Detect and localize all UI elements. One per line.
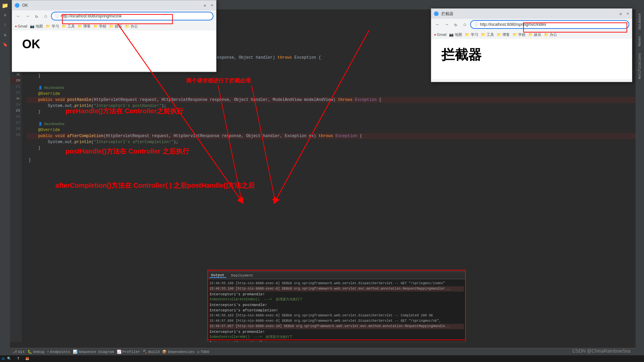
code-line-21: System.out.println("Interceptor1's postH… — [27, 103, 644, 109]
csdn-watermark: CSDN @ChinaRainbowSea — [572, 348, 631, 354]
code-line-29: } — [27, 157, 644, 163]
console-line-11: IndexController#OK() ---> 处理器方法执行了 — [209, 335, 464, 340]
favicon-circle-2: 🌐 — [434, 11, 439, 16]
bookmark-school[interactable]: 📁 学校 — [93, 24, 106, 29]
toolbar-build[interactable]: 🔨 Build — [143, 350, 159, 354]
sidebar-icon-pull-requests[interactable]: ⇅ — [1, 31, 9, 39]
forward-button-2[interactable]: → — [443, 21, 450, 28]
console-line-3: Interceptor1's preHandle! — [209, 292, 464, 297]
code-line-20: public void postHandle(HttpServletReques… — [27, 97, 644, 103]
sidebar-icon-project[interactable]: 📁 — [1, 2, 9, 10]
code-line-22: } — [27, 109, 644, 115]
back-button-2[interactable]: ← — [434, 21, 441, 28]
console-content: 15:46:55.160 [http-nio-8080-exec-8] DEBU… — [208, 279, 465, 342]
console-tabs: Output Deployment — [208, 272, 465, 279]
browser-interceptor-content: 拦截器 — [431, 39, 632, 79]
bookmark-entertainment[interactable]: 📁 娱乐 — [109, 24, 122, 29]
toolbar-endpoints[interactable]: ⚡ Endpoints — [47, 350, 70, 354]
browser-interceptor-new-tab[interactable]: + — [627, 11, 629, 16]
code-line-25: public void afterCompletion(HttpServletR… — [27, 133, 644, 139]
browser-ok-close[interactable]: ✕ — [203, 3, 206, 8]
browser-interceptor-titlebar: 🌐 拦截器 ✕ + — [431, 9, 632, 19]
bookmark-map-2[interactable]: 📷 地图 — [449, 32, 462, 37]
code-line-28 — [27, 151, 644, 157]
windows-icon[interactable]: ⊞ — [2, 356, 4, 362]
bookmark-study-2[interactable]: 📁 学习 — [465, 32, 478, 37]
browser-interceptor-title: 拦截器 — [441, 11, 453, 17]
browser-ok-bookmarks: ● Gmail 📷 地图 📁 学习 📁 工具 📁 博客 📁 学校 📁 娱乐 📁 … — [12, 22, 216, 31]
bottom-toolbar: ⎇ Git 🐛 Debug ⚡ Endpoints 📊 Sequence Dia… — [10, 348, 636, 355]
console-line-12: Interceptor1's postHandle! — [209, 340, 464, 342]
taskbar-items: 🔍 T 🦊 — [7, 357, 29, 361]
bookmark-school-2[interactable]: 📁 学校 — [512, 32, 526, 37]
bookmark-map[interactable]: 📷 地图 — [30, 24, 43, 29]
browser-interceptor-close[interactable]: ✕ — [619, 11, 622, 17]
console-panel: Output Deployment 15:46:55.160 [http-nio… — [207, 272, 466, 342]
home-button-2[interactable]: ⌂ — [461, 21, 468, 28]
bookmark-entertainment-2[interactable]: 📁 娱乐 — [528, 32, 541, 37]
browser-ok: 🌐 OK ✕ + ← → ↻ ⌂ ⓘ http://localhost:8080… — [12, 0, 216, 72]
browser-ok-titlebar: 🌐 OK ✕ + — [12, 0, 216, 10]
sidebar-icon-structure[interactable]: ≡ — [1, 11, 9, 19]
console-line-4: IndexController#toIndex() ---> 处理器方法执行了 — [209, 297, 464, 302]
browser-ok-title: OK — [22, 3, 28, 8]
console-line-10: Interceptor1's preHandle! — [209, 329, 464, 335]
page-interceptor-title: 拦截器 — [441, 46, 482, 64]
bookmark-gmail[interactable]: ● Gmail — [15, 24, 27, 28]
browser-interceptor: 🌐 拦截器 ✕ + ← → ↻ ⌂ ⓘ http://localhost:808… — [431, 8, 632, 82]
code-line-26: System.out.println("Interceptor1's after… — [27, 139, 644, 145]
console-line-6: Interceptor1's afterCompletion! — [209, 308, 464, 313]
console-line-7: 15:46:55.163 [http-nio-8080-exec-8] DEBU… — [209, 313, 464, 318]
bookmark-blog[interactable]: 📁 博客 — [78, 24, 91, 29]
browser-interceptor-nav: ← → ↻ ⌂ ⓘ http://localhost:8080/springmv… — [431, 19, 632, 30]
toolbar-dependencies[interactable]: 📦 Dependencies — [162, 350, 194, 354]
console-line-2: 15:46:55.160 [http-nio-8080-exec-8] DEBU… — [209, 286, 464, 292]
toolbar-profiler[interactable]: 📈 Profiler — [117, 350, 140, 354]
code-line-19: 👤 RainbowSea — [27, 85, 644, 91]
right-sidebar-notifications[interactable]: Notifications — [638, 53, 642, 79]
browser-ok-nav: ← → ↻ ⌂ ⓘ http://localhost:8080/springmv… — [12, 10, 216, 22]
browser-ok-new-tab[interactable]: + — [211, 3, 213, 8]
toolbar-sequence[interactable]: 📊 Sequence Diagram — [73, 350, 114, 354]
refresh-button-2[interactable]: ↻ — [452, 21, 459, 28]
bookmark-tools[interactable]: 📁 工具 — [62, 24, 75, 29]
console-tab-output[interactable]: Output — [209, 273, 226, 278]
home-button[interactable]: ⌂ — [42, 12, 49, 20]
toolbar-debug[interactable]: 🐛 Debug — [28, 350, 44, 354]
page-ok-title: OK — [22, 37, 40, 51]
back-button[interactable]: ← — [15, 12, 22, 20]
url-bar-interceptor[interactable]: ⓘ http://localhost:8080/springmvc/index — [470, 20, 629, 29]
left-sidebar: 📁 ≡ ↑ ⇅ 🔖 — [0, 0, 10, 362]
toolbar-git[interactable]: ⎇ Git — [13, 350, 25, 354]
right-sidebar: Database Maven Notifications — [636, 0, 644, 362]
console-line-9: 15:49:57.057 [http-nio-8080-exec-10] DEB… — [209, 324, 464, 329]
refresh-button[interactable]: ↻ — [33, 12, 40, 20]
console-line-1: 15:46:55.160 [http-nio-8080-exec-8] DEBU… — [209, 281, 464, 286]
code-line-24b: @Override — [27, 127, 644, 133]
taskbar: ⊞ 🔍 T 🦊 — [0, 355, 644, 362]
console-line-8: 15:49:57.856 [http-nio-8080-exec-9] DEBU… — [209, 318, 464, 324]
browser-interceptor-bookmarks: ● Gmail 📷 地图 📁 学习 📁 工具 📁 博客 📁 学校 📁 娱乐 📁 … — [431, 30, 632, 39]
console-line-5: Interceptor1's postHandle! — [209, 302, 464, 308]
bookmark-office-2[interactable]: 📁 办公 — [544, 32, 557, 37]
right-sidebar-database[interactable]: Database — [638, 13, 642, 29]
bookmark-office[interactable]: 📁 办公 — [125, 24, 138, 29]
code-line-27: } — [27, 145, 644, 151]
bookmark-blog-2[interactable]: 📁 博客 — [497, 32, 510, 37]
code-line-19b: @Override — [27, 91, 644, 97]
code-line-23 — [27, 115, 644, 121]
sidebar-icon-commit[interactable]: ↑ — [1, 21, 9, 29]
sidebar-icon-bookmarks[interactable]: 🔖 — [1, 41, 9, 49]
favicon-circle: 🌐 — [15, 3, 19, 8]
bookmark-gmail-2[interactable]: ● Gmail — [434, 33, 446, 37]
console-tab-deployment[interactable]: Deployment — [230, 274, 255, 278]
bookmark-tools-2[interactable]: 📁 工具 — [481, 32, 494, 37]
right-sidebar-maven[interactable]: Maven — [638, 36, 642, 46]
url-bar-ok[interactable]: ⓘ http://localhost:8080/springmvc/ok — [51, 12, 213, 20]
toolbar-todo[interactable]: ☑ TODO — [197, 350, 209, 354]
code-line-24: 👤 RainbowSea — [27, 121, 644, 127]
forward-button[interactable]: → — [24, 12, 31, 20]
bookmark-study[interactable]: 📁 学习 — [46, 24, 59, 29]
browser-ok-content: OK — [12, 31, 216, 71]
